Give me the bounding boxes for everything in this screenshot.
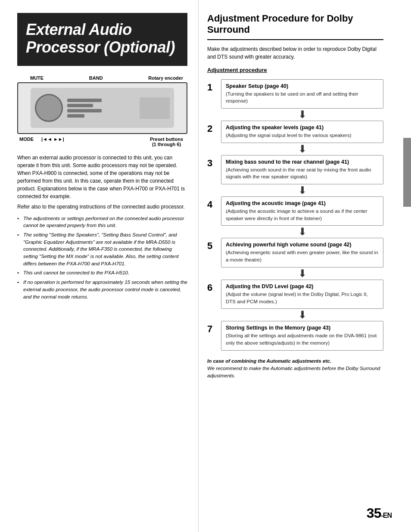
step-arrow-1: ⬇ [221,109,383,120]
step-title-6: Adjusting the DVD Level (page 42) [226,283,379,289]
diagram-buttons [67,99,102,118]
step-title-4: Adjusting the acoustic image (page 41) [226,200,379,206]
step-title-5: Achieving powerful high volume sound (pa… [226,242,379,248]
step-title-7: Storing Settings in the Memory (page 43) [226,325,379,331]
body-text: When an external audio processor is conn… [17,154,187,211]
btn-strip-1 [67,99,102,102]
right-column: Adjustment Procedure for Dolby Surround … [198,0,396,532]
diagram-display [140,97,170,119]
diagram-knob [35,94,63,122]
bullet-2: The setting "Setting the Speakers", "Set… [17,231,187,267]
step-arrow-3: ⬇ [221,185,383,196]
side-tab [403,138,411,207]
step-number-2: 2 [207,124,217,134]
btn-strip-4 [67,114,84,118]
diagram-bottom-labels: MODE |◄◄ ►►| Preset buttons (1 through 6… [17,137,187,147]
bullet-4: If no operation is performed for approxi… [17,279,187,300]
label-band: BAND [89,75,103,81]
label-mute: MUTE [30,75,44,81]
step-box-7: Storing Settings in the Memory (page 43)… [221,321,383,350]
left-column: External Audio Processor (Optional) MUTE… [0,0,198,532]
diagram-top-labels: MUTE BAND Rotary encoder [17,75,187,81]
btn-strip-2 [67,104,93,107]
page-number: 35-EN [367,505,392,521]
footer-note-body: We recommend to make the Automatic adjus… [207,365,383,380]
step-arrow-4: ⬇ [221,227,383,237]
steps-list: 1 Speaker Setup (page 40) (Turning the s… [207,79,383,351]
step-item-7: 7 Storing Settings in the Memory (page 4… [207,321,383,350]
step-desc-1: (Turning the speakers to be used on and … [226,90,379,105]
page-container: External Audio Processor (Optional) MUTE… [0,0,411,532]
adj-procedure-label: Adjustment procedure [207,67,383,73]
step-item-5: 5 Achieving powerful high volume sound (… [207,238,383,267]
step-item-1: 1 Speaker Setup (page 40) (Turning the s… [207,79,383,109]
bullet-3: This unit cannot be connected to the PXA… [17,269,187,277]
step-number-6: 6 [207,283,217,292]
bullet-list: The adjustments or settings performed on… [17,215,187,300]
step-title-1: Speaker Setup (page 40) [226,83,379,89]
step-number-3: 3 [207,159,217,168]
step-item-4: 4 Adjusting the acoustic image (page 41)… [207,196,383,226]
bullet-1: The adjustments or settings performed on… [17,215,187,229]
step-box-1: Speaker Setup (page 40) (Turning the spe… [221,79,383,109]
step-desc-5: (Achieving energetic sound with even gre… [226,249,379,263]
page-title: External Audio Processor (Optional) [26,21,179,56]
diagram-box [17,82,187,134]
step-arrow-5: ⬇ [221,268,383,279]
step-title-2: Adjusting the speaker levels (page 41) [226,124,379,131]
step-box-6: Adjusting the DVD Level (page 42) (Adjus… [221,280,383,309]
step-number-4: 4 [207,200,217,209]
step-arrow-2: ⬇ [221,144,383,154]
section-title: Adjustment Procedure for Dolby Surround [207,13,383,40]
label-preset: Preset buttons (1 through 6) [150,137,183,147]
step-number-1: 1 [207,83,217,92]
footer-note-title: In case of combining the Automatic adjus… [207,358,383,365]
label-mode: MODE [19,137,34,142]
step-desc-4: (Adjusting the acoustic image to achieve… [226,208,379,222]
step-desc-6: (Adjust the volume (signal level) in the… [226,291,379,305]
btn-strip-3 [67,109,102,112]
step-number-5: 5 [207,241,217,251]
label-rotary: Rotary encoder [148,75,183,81]
body-para-2: Refer also to the operating instructions… [17,203,187,211]
step-box-3: Mixing bass sound to the rear channel (p… [221,155,383,184]
step-item-2: 2 Adjusting the speaker levels (page 41)… [207,121,383,143]
step-arrow-6: ⬇ [221,310,383,320]
step-item-6: 6 Adjusting the DVD Level (page 42) (Adj… [207,280,383,309]
footer-note: In case of combining the Automatic adjus… [207,358,383,380]
label-arrows: |◄◄ ►►| [41,137,64,142]
step-desc-7: (Storing all the settings and adjustment… [226,332,379,346]
step-box-4: Adjusting the acoustic image (page 41) (… [221,196,383,226]
step-box-2: Adjusting the speaker levels (page 41) (… [221,121,383,143]
page-title-block: External Audio Processor (Optional) [17,13,187,66]
body-para-1: When an external audio processor is conn… [17,154,187,200]
section-intro: Make the adjustments described below in … [207,45,383,61]
step-desc-2: (Adjusting the signal output level to th… [226,132,379,139]
diagram-inner [31,88,174,128]
step-item-3: 3 Mixing bass sound to the rear channel … [207,155,383,184]
diagram-area: MUTE BAND Rotary encoder MODE [17,75,187,147]
step-desc-3: (Achieving smooth sound in the rear seat… [226,166,379,180]
step-title-3: Mixing bass sound to the rear channel (p… [226,159,379,165]
step-number-7: 7 [207,324,217,334]
step-box-5: Achieving powerful high volume sound (pa… [221,238,383,267]
